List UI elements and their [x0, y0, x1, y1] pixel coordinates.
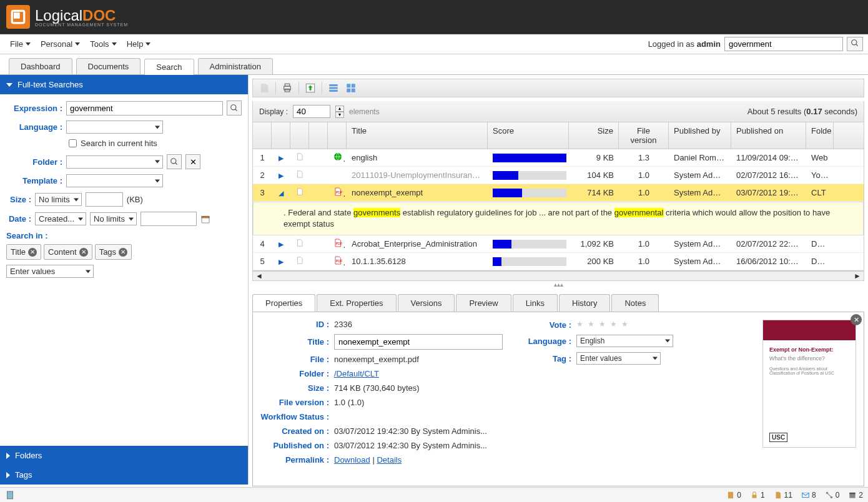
- table-row[interactable]: 3◢PDFnonexempt_exempt714 KB1.0System Adm…: [253, 184, 864, 202]
- file-label: File :: [260, 355, 329, 364]
- table-row[interactable]: 1▶english9 KB1.3Daniel Romero11/09/2014 …: [253, 149, 864, 167]
- global-search-input[interactable]: [724, 37, 843, 51]
- thumbnail-close-button[interactable]: ✕: [851, 314, 862, 325]
- chevron-down-icon: [86, 270, 91, 273]
- svg-rect-16: [329, 90, 338, 92]
- menu-tools[interactable]: Tools: [85, 37, 121, 51]
- template-select[interactable]: [66, 174, 163, 187]
- status-workflow[interactable]: 0: [825, 491, 840, 500]
- folder-select[interactable]: [66, 155, 163, 169]
- folder-browse-button[interactable]: [167, 154, 182, 169]
- menu-file[interactable]: File: [5, 37, 36, 51]
- star-icon[interactable]: ★: [610, 320, 620, 330]
- score-cell: [488, 237, 569, 251]
- tab-search[interactable]: Search: [144, 59, 194, 75]
- spinner-up-button[interactable]: ▲: [335, 106, 344, 112]
- size-input[interactable]: [86, 192, 123, 207]
- col-publishedby-header[interactable]: Published by: [669, 122, 731, 149]
- status-locked[interactable]: 1: [750, 491, 765, 500]
- doc-tag-select[interactable]: Enter values: [576, 352, 661, 365]
- status-checked-out[interactable]: 11: [774, 491, 792, 500]
- id-value: 2336: [334, 320, 352, 329]
- menu-help[interactable]: Help: [122, 37, 156, 51]
- date-type-select[interactable]: Created...: [35, 212, 86, 225]
- grid-view-icon[interactable]: [345, 82, 357, 94]
- status-messages[interactable]: 8: [801, 491, 816, 500]
- chip-remove-button[interactable]: ✕: [119, 248, 127, 257]
- col-publishedon-header[interactable]: Published on: [731, 122, 806, 149]
- language-select[interactable]: [66, 121, 163, 134]
- tab-dashboard[interactable]: Dashboard: [9, 58, 72, 74]
- expand-toggle[interactable]: ▶: [279, 258, 284, 265]
- col-title-header[interactable]: Title: [347, 122, 488, 149]
- chip-remove-button[interactable]: ✕: [28, 248, 37, 257]
- download-link[interactable]: Download: [334, 455, 370, 465]
- detail-tab-notes[interactable]: Notes: [611, 294, 659, 312]
- permalink-label: Permalink :: [260, 455, 329, 465]
- star-icon[interactable]: ★: [599, 320, 609, 330]
- print-icon[interactable]: [281, 82, 293, 94]
- col-fileversion-header[interactable]: File version: [619, 122, 669, 149]
- spinner-down-button[interactable]: ▼: [335, 112, 344, 118]
- svg-point-4: [231, 105, 236, 110]
- accordion-folders[interactable]: Folders: [0, 446, 248, 465]
- star-icon[interactable]: ★: [576, 320, 586, 330]
- svg-rect-15: [329, 87, 338, 89]
- expand-toggle[interactable]: ◢: [279, 189, 284, 197]
- expression-input[interactable]: [66, 101, 223, 116]
- title-input[interactable]: [334, 334, 503, 350]
- scroll-right-icon[interactable]: ►: [854, 272, 861, 280]
- save-icon[interactable]: [258, 82, 270, 94]
- accordion-tags[interactable]: Tags: [0, 465, 248, 485]
- tab-documents[interactable]: Documents: [76, 58, 141, 74]
- detail-tab-history[interactable]: History: [559, 294, 610, 312]
- svg-rect-27: [752, 495, 756, 498]
- detail-tab-links[interactable]: Links: [513, 294, 558, 312]
- vote-stars[interactable]: ★★★★★: [576, 320, 631, 330]
- expression-search-button[interactable]: [227, 101, 242, 116]
- details-link[interactable]: Details: [377, 455, 402, 465]
- createdon-label: Created on :: [260, 426, 329, 436]
- col-size-header[interactable]: Size: [569, 122, 619, 149]
- splitter-handle[interactable]: ▴▴▴: [249, 281, 868, 288]
- doc-language-select[interactable]: English: [576, 335, 673, 347]
- table-row[interactable]: 4▶PDFAcrobat_Enterprise_Administration1,…: [253, 235, 864, 253]
- enter-values-select[interactable]: Enter values: [6, 265, 94, 278]
- size-select[interactable]: No limits: [35, 193, 82, 206]
- date-input[interactable]: [141, 212, 197, 226]
- expand-toggle[interactable]: ▶: [279, 172, 284, 179]
- detail-tab-preview[interactable]: Preview: [456, 294, 511, 312]
- page-icon[interactable]: [5, 490, 15, 500]
- table-row[interactable]: 5▶PDF10.1.1.35.6128200 KB1.0System Admin…: [253, 253, 864, 270]
- date-range-select[interactable]: No limits: [90, 212, 137, 225]
- folder-link[interactable]: /Default/CLT: [334, 369, 379, 378]
- folder-clear-button[interactable]: ✕: [185, 154, 200, 169]
- horizontal-scrollbar[interactable]: ◄ ►: [252, 271, 864, 281]
- display-count-input[interactable]: [293, 105, 330, 118]
- scroll-left-icon[interactable]: ◄: [255, 272, 263, 280]
- detail-tab-versions[interactable]: Versions: [398, 294, 455, 312]
- tab-administration[interactable]: Administration: [198, 58, 273, 74]
- detail-tab-properties[interactable]: Properties: [252, 294, 315, 312]
- tag-label: Tag :: [528, 354, 571, 363]
- col-score-header[interactable]: Score: [488, 122, 569, 149]
- search-current-hits-checkbox[interactable]: [69, 139, 77, 147]
- detail-tab-extproperties[interactable]: Ext. Properties: [317, 294, 396, 312]
- menu-personal[interactable]: Personal: [36, 37, 85, 51]
- status-clipboard[interactable]: 0: [726, 491, 741, 500]
- expand-toggle[interactable]: ▶: [279, 154, 284, 162]
- status-events[interactable]: 2: [848, 491, 863, 500]
- calendar-icon[interactable]: [200, 214, 210, 224]
- col-folder-header[interactable]: Folde: [806, 122, 834, 149]
- chip-remove-button[interactable]: ✕: [79, 248, 88, 257]
- export-icon[interactable]: [304, 82, 317, 94]
- table-row[interactable]: 2▶20111019-UnemploymentInsurance,n...104…: [253, 167, 864, 184]
- accordion-fulltext-searches[interactable]: Full-text Searches: [0, 75, 248, 94]
- search-in-label: Search in :: [6, 231, 242, 240]
- list-view-icon[interactable]: [327, 82, 340, 94]
- svg-line-5: [235, 109, 237, 111]
- star-icon[interactable]: ★: [621, 320, 631, 330]
- global-search-button[interactable]: [847, 37, 863, 51]
- star-icon[interactable]: ★: [588, 320, 598, 330]
- expand-toggle[interactable]: ▶: [279, 240, 284, 248]
